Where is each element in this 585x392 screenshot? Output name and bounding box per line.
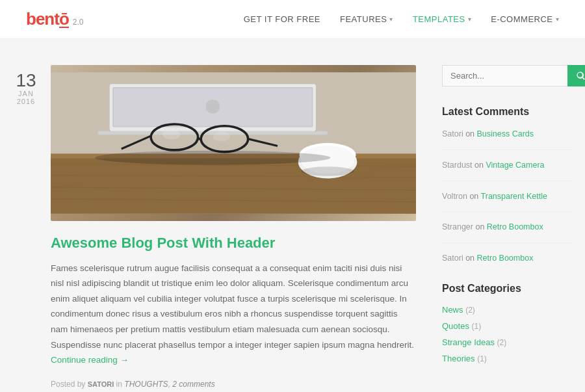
post-entry: 13 JAN 2016 [13,65,416,389]
logo-text: bentō [26,9,69,29]
divider [442,211,572,212]
post-category-link[interactable]: THOUGHTS [124,380,168,389]
date-month: JAN [13,90,39,98]
category-link[interactable]: Strange Ideas [442,337,495,347]
sidebar: Latest Comments Satori on Business Cards… [442,65,572,392]
search-button[interactable] [567,65,585,86]
commenter-name: Stranger [442,222,473,231]
top-navigation: bentō 2.0 GET IT FOR FREE FEATURES ▾ TEM… [0,0,585,39]
chevron-down-icon: ▾ [556,16,560,23]
svg-point-18 [162,130,180,140]
post-image [51,65,416,221]
svg-point-19 [213,132,230,142]
post-meta: Posted by SATORI in THOUGHTS, 2 comments [51,380,416,389]
svg-point-12 [205,99,220,114]
date-day: 13 [13,72,39,90]
search-icon [577,72,585,81]
comment-link[interactable]: Retro Boombox [477,254,534,263]
category-count: (1) [477,354,487,363]
category-count: (2) [497,338,507,347]
chevron-down-icon: ▾ [468,16,472,23]
svg-point-24 [301,166,354,176]
svg-point-25 [95,151,331,165]
category-link[interactable]: News [442,305,463,315]
latest-comments-section: Latest Comments Satori on Business Cards… [442,106,572,265]
category-item: Theories (1) [442,354,572,363]
chevron-down-icon: ▾ [389,16,393,23]
nav-templates[interactable]: TEMPLATES ▾ [413,14,471,24]
post-comments-link[interactable]: 2 comments [172,380,214,389]
search-input[interactable] [442,65,567,86]
svg-rect-8 [98,131,328,135]
category-link[interactable]: Quotes [442,321,469,331]
category-link[interactable]: Theories [442,354,475,363]
category-count: (2) [465,306,475,315]
comment-item: Stardust on Vintage Camera [442,159,572,172]
comment-item: Voltron on Transparent Kettle [442,190,572,203]
comment-item: Stranger on Retro Boombox [442,221,572,233]
nav-features[interactable]: FEATURES ▾ [340,14,393,24]
page-wrapper: 13 JAN 2016 [0,39,585,392]
main-content: 13 JAN 2016 [13,65,416,392]
comment-item: Satori on Retro Boombox [442,252,572,265]
commenter-name: Satori [442,129,463,138]
nav-ecommerce[interactable]: E-COMMERCE ▾ [491,14,559,24]
post-image-svg [51,65,416,221]
divider [442,242,572,243]
post-title: Awesome Blog Post With Header [51,234,416,253]
comment-link[interactable]: Retro Boombox [487,222,543,231]
svg-line-15 [198,138,202,140]
nav-get-it-for-free[interactable]: GET IT FOR FREE [244,14,320,24]
commenter-name: Stardust [442,161,473,170]
logo[interactable]: bentō 2.0 [26,9,83,29]
post-date: 13 JAN 2016 [13,65,39,389]
nav-links: GET IT FOR FREE FEATURES ▾ TEMPLATES ▾ E… [244,14,559,24]
category-item: Strange Ideas (2) [442,337,572,347]
post-author: SATORI [88,380,114,388]
category-count: (1) [472,322,482,331]
divider [442,181,572,181]
category-item: Quotes (1) [442,321,572,331]
divider [442,150,572,150]
date-year: 2016 [13,98,39,105]
comment-link[interactable]: Business Cards [477,129,534,138]
logo-version: 2.0 [73,18,84,27]
category-item: News (2) [442,305,572,315]
categories-title: Post Categories [442,283,572,294]
post-body: Fames scelerisque rutrum augue facilisis… [51,261,416,368]
commenter-name: Satori [442,254,463,263]
comment-item: Satori on Business Cards [442,128,572,140]
post-categories-section: Post Categories News (2) Quotes (1) Stra… [442,283,572,363]
commenter-name: Voltron [442,192,467,201]
comment-link[interactable]: Vintage Camera [486,161,544,170]
search-box [442,65,572,86]
latest-comments-title: Latest Comments [442,106,572,118]
read-more-link[interactable]: Continue reading → [51,355,129,365]
post-content: Awesome Blog Post With Header Fames scel… [51,65,416,389]
comment-link[interactable]: Transparent Kettle [481,192,547,201]
